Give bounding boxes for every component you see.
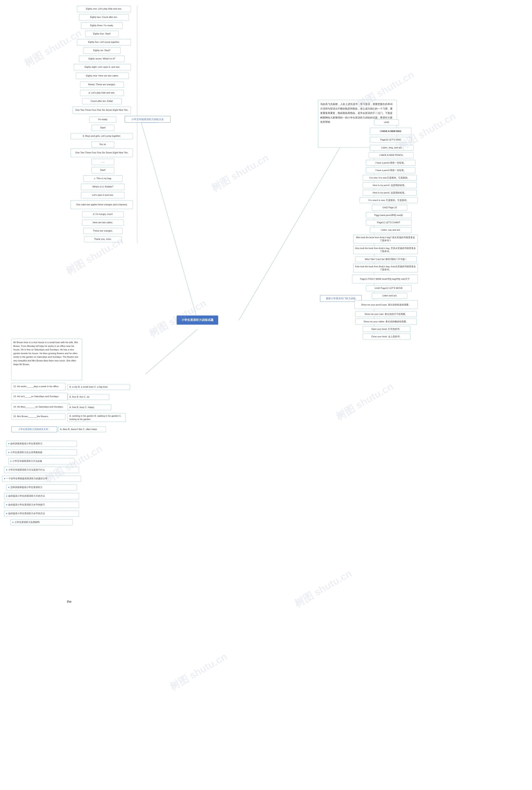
t19: ......	[92, 159, 114, 165]
svg-line-0	[141, 123, 197, 320]
t26: Here are two cakes.	[82, 220, 124, 226]
fill-in-label: 小学生英语听力训练相关文章：	[12, 427, 57, 432]
b8: ●如何提高小学生英语听力水平的技巧	[4, 502, 79, 508]
r11: It is new.it is new. 它是新的。它是新的。	[360, 197, 418, 203]
t2: Eighty two: Count after ten.	[79, 14, 129, 20]
b9: ●如何提高小学生英语听力水平的方法	[4, 510, 79, 517]
passage-brown: Mr Brown lives in a nice house in a smal…	[12, 339, 82, 380]
r21: Unit2 Page12 LET'S MOVE	[366, 285, 412, 291]
t12: Count after ten, Edda!	[82, 98, 121, 104]
t18: One Two Three Four Five Six Seven Eight …	[71, 148, 133, 157]
q1-options: A. a city B. a small town C. a big town	[68, 384, 130, 390]
bottom-passage-the: the	[67, 600, 72, 604]
t25: d: I'm hungry, mum!	[82, 211, 124, 218]
t11: a: Let's play hide and see.	[80, 90, 124, 96]
t14: I'm ready.	[89, 116, 116, 123]
t9: Eighty nine: Here are two cakes.	[76, 73, 129, 79]
t23: Let's open it and see.	[81, 192, 125, 198]
t17: Yes sir.	[92, 141, 114, 148]
b3: ●小学五年级英语听力方法必备	[8, 458, 75, 464]
q3-text: 14. He likes________on Saturdays and Sun…	[12, 403, 70, 411]
t8: Eighty eight: Let's open it, and see.	[74, 64, 131, 70]
r8: It is new. It is new.它是新的。它是新的。	[363, 175, 417, 181]
b10: ●小学生英语听力实用材料	[11, 519, 73, 525]
watermark: 树图 shutu.cn	[167, 650, 230, 694]
b4: ●小学五年级英语听力方法及技巧什么	[4, 467, 79, 473]
t13: One Two Three Four Five Six Seven Eight …	[73, 107, 131, 114]
watermark: 树图 shutu.cn	[22, 26, 84, 70]
r7: I have a pencil.我有一支铅笔。	[366, 167, 416, 173]
t24: One cake two apples three oranges and a …	[71, 200, 133, 209]
t1: Eighty one: Let's play hide and see.	[77, 6, 131, 12]
q2-options: A. four B. five C. six	[68, 394, 109, 400]
r24: Show me your ruler. 拿出你的尺子给我看。	[355, 311, 417, 317]
r22: Listen and act.	[372, 293, 407, 299]
r5: I HAVE A NEW PENCIL	[369, 152, 414, 158]
t10: Ninety: These are oranges.	[80, 81, 124, 88]
watermark: 树图 shutu.cn	[334, 380, 396, 424]
q3-options: A. free B. busy C. happy	[68, 405, 111, 410]
r18: Who? Me? Can't be! 谁吗?我吗？不可能！	[355, 256, 417, 262]
t22: What's in it, Robbie?	[81, 184, 125, 190]
t3: Eighty three: I'm ready.	[81, 22, 122, 29]
t7: Eighty seven: What's in it?	[79, 56, 125, 62]
t15: Start!	[92, 125, 114, 131]
r20: Page11 PIGGY BANK book书包 bag书包 ruler尺子	[352, 275, 418, 283]
t4: Eighty four: Start!	[85, 31, 118, 37]
b5: ●一个好学生帮助提高英语听力的题目分享	[2, 475, 81, 482]
r17: Amy took the book from Andy's bag. 艾米从安迪…	[353, 245, 418, 254]
r2: I HAVE A NEW BAG	[370, 128, 412, 135]
t5: Eighty five: Let's jump together.	[77, 39, 131, 45]
r3: Page10 LET'S SING	[370, 137, 412, 143]
b1: ●如何训练和提高小学生英语听力	[6, 440, 77, 447]
r1: Unit2	[374, 119, 399, 125]
t21: c: This is my bag.	[83, 175, 122, 182]
watermark: 树图 shutu.cn	[209, 151, 271, 195]
r14: Page11 LET'S CHANT	[366, 220, 412, 226]
r15: Listen, say and act.	[370, 227, 412, 233]
r26: Open your book. 打开您的书。	[363, 326, 411, 332]
r12: Unit2 Page 10	[372, 205, 407, 210]
t20: Start!	[92, 167, 114, 173]
t28: Thank you, mom.	[84, 236, 121, 242]
r23: Show me your pencil-case. 拿出你的铅盒给我看。	[354, 300, 418, 309]
r13: Piggy bank.pencil和笔 new的	[366, 212, 412, 218]
q4-text: 15. Mrs Brown_______the flowers.	[12, 414, 65, 419]
r4: Listen, sing, and act.	[370, 145, 414, 151]
r9: Here is my pencil. 这是我的铅笔。	[363, 182, 417, 188]
title-node-grade5: 小学五年级英语听力训练大全	[125, 116, 170, 123]
t27: These are oranges.	[83, 228, 122, 234]
b2: ●小学生英语听力怎么培养最有效	[6, 449, 77, 456]
r10: Here is my pencil. 这是我的铅笔。	[363, 190, 417, 195]
fill-in-options: A. likes B. doesn't like C. often helps	[58, 427, 106, 432]
center-node: 小学生英语听力训练试题	[177, 316, 218, 325]
watermark: 树图 shutu.cn	[292, 567, 354, 610]
r16: Who took the book from Andy's bag? 谁从安迪的…	[353, 234, 418, 243]
q4-options: A. working in his garden B. walking in h…	[68, 413, 126, 422]
b7: ●如何提高小学生的英语听力方的方法	[4, 493, 79, 499]
b6: ●怎样训练和提高小学生英语听力	[6, 484, 77, 490]
r27: Close your book. 合上您的书。	[363, 334, 411, 339]
r25: Show me your rubber. 拿出你的橡皮给我看。	[355, 319, 417, 324]
q2-text: 13. He isn't_____on Saturdays and Sunday…	[12, 393, 68, 400]
t16: b: Boys and girls, Let's jump together.	[71, 133, 133, 139]
r6: I have a pencil.我有一支铅笔。	[366, 160, 416, 166]
svg-line-4	[146, 329, 197, 374]
r19: Koto took the book from Andy's bag. Koto…	[353, 264, 418, 272]
svg-line-2	[239, 125, 353, 320]
t6: Eighty six: Stop!!	[83, 48, 120, 54]
q1-text: 12. He works _____days a week in his off…	[12, 383, 65, 390]
